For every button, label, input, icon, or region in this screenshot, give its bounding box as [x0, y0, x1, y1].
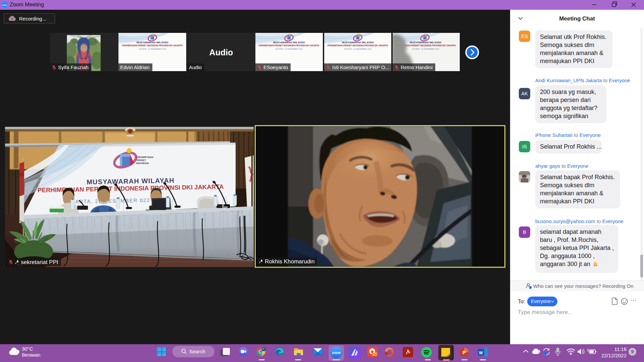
svg-text:JAKARTA, 22 DESEMBER 2022: JAKARTA, 22 DESEMBER 2022 [344, 48, 372, 50]
svg-text:W: W [479, 351, 483, 355]
svg-text:MUSYAWARAH WILAYAH: MUSYAWARAH WILAYAH [137, 41, 168, 44]
svg-text:PERHIMPUNAN PERISET INDONESIA: PERHIMPUNAN PERISET INDONESIA PROVINSI D… [122, 44, 183, 47]
svg-text:JAKARTA, 22 DESEMBER 2022: JAKARTA, 22 DESEMBER 2022 [412, 48, 440, 50]
svg-text:MUSYAWARAH WILAYAH: MUSYAWARAH WILAYAH [342, 41, 374, 44]
svg-text:PERHIMPUNAN: PERHIMPUNAN [136, 156, 153, 158]
svg-text:MUSYAWARAH WILAYAH: MUSYAWARAH WILAYAH [410, 41, 442, 44]
svg-text:PERISET: PERISET [136, 159, 146, 161]
svg-text:P: P [462, 350, 466, 355]
svg-text:PERHIMPUNAN PERISET INDONESIA: PERHIMPUNAN PERISET INDONESIA PROVINSI D… [328, 44, 388, 47]
svg-text:INDONESIA: INDONESIA [136, 162, 149, 164]
svg-text:JAKARTA, 22 DESEMBER 2022: JAKARTA, 22 DESEMBER 2022 [275, 48, 303, 50]
svg-text:PERHIMPUNAN PERISET INDONESIA: PERHIMPUNAN PERISET INDONESIA PROVINSI D… [259, 44, 319, 47]
svg-text:zoom: zoom [332, 351, 341, 355]
svg-text:JAKARTA, 22 DESEMBER 2022: JAKARTA, 22 DESEMBER 2022 [139, 48, 166, 50]
svg-text:zoom: zoom [2, 4, 7, 6]
svg-text:MUSYAWARAH WILAYAH: MUSYAWARAH WILAYAH [273, 41, 305, 44]
svg-text:Plus: Plus [372, 353, 378, 356]
